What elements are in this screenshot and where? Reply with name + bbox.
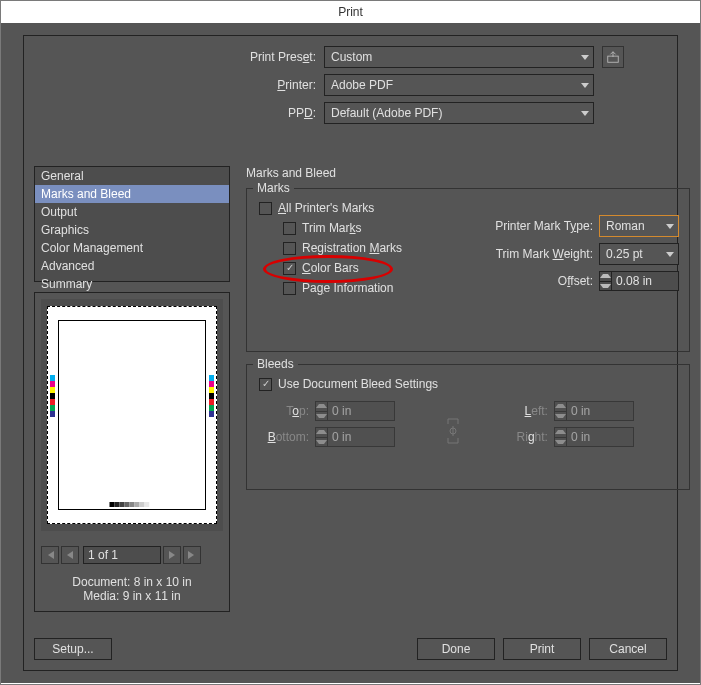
bleed-top-label: Top: bbox=[259, 404, 309, 418]
prev-page-button[interactable] bbox=[61, 546, 79, 564]
marks-group-label: Marks bbox=[253, 181, 294, 195]
preview-panel: 1 of 1 Document: 8 in x 10 in Media: 9 i… bbox=[34, 292, 230, 612]
page-information-label: Page Information bbox=[302, 281, 393, 295]
printer-dropdown[interactable]: Adobe PDF bbox=[324, 74, 594, 96]
page-information-checkbox[interactable] bbox=[283, 282, 296, 295]
use-document-bleed-label: Use Document Bleed Settings bbox=[278, 377, 438, 391]
bleed-bottom-label: Bottom: bbox=[259, 430, 309, 444]
offset-field[interactable]: 0.08 in bbox=[599, 271, 679, 291]
category-item-graphics[interactable]: Graphics bbox=[35, 221, 229, 239]
category-item-general[interactable]: General bbox=[35, 167, 229, 185]
ppd-label: PPD: bbox=[44, 106, 324, 120]
section-title: Marks and Bleed bbox=[246, 166, 336, 180]
trim-marks-checkbox[interactable] bbox=[283, 222, 296, 235]
category-item-output[interactable]: Output bbox=[35, 203, 229, 221]
all-printers-marks-checkbox[interactable] bbox=[259, 202, 272, 215]
bleeds-group: Bleeds Use Document Bleed Settings Top:0… bbox=[246, 364, 690, 490]
bleeds-group-label: Bleeds bbox=[253, 357, 298, 371]
color-bars-checkbox[interactable] bbox=[283, 262, 296, 275]
cancel-button[interactable]: Cancel bbox=[589, 638, 667, 660]
bleed-top-field: 0 in bbox=[315, 401, 395, 421]
bleed-left-field: 0 in bbox=[554, 401, 634, 421]
chevron-down-icon bbox=[581, 111, 589, 116]
setup-button[interactable]: Setup... bbox=[34, 638, 112, 660]
last-page-button[interactable] bbox=[183, 546, 201, 564]
bleed-right-label: Right: bbox=[498, 430, 548, 444]
all-printers-marks-label: All Printer's Marks bbox=[278, 201, 374, 215]
print-button[interactable]: Print bbox=[503, 638, 581, 660]
bleed-left-label: Left: bbox=[498, 404, 548, 418]
save-preset-icon bbox=[606, 50, 620, 64]
registration-marks-label: Registration Marks bbox=[302, 241, 402, 255]
print-preset-dropdown[interactable]: Custom bbox=[324, 46, 594, 68]
page-indicator-field[interactable]: 1 of 1 bbox=[83, 546, 161, 564]
category-item-color-management[interactable]: Color Management bbox=[35, 239, 229, 257]
first-page-button[interactable] bbox=[41, 546, 59, 564]
trim-mark-weight-label: Trim Mark Weight: bbox=[496, 247, 593, 261]
offset-label: Offset: bbox=[558, 274, 593, 288]
print-preset-label: Print Preset: bbox=[44, 50, 324, 64]
chevron-down-icon bbox=[581, 55, 589, 60]
category-item-marks-and-bleed[interactable]: Marks and Bleed bbox=[35, 185, 229, 203]
ppd-dropdown[interactable]: Default (Adobe PDF) bbox=[324, 102, 594, 124]
next-page-button[interactable] bbox=[163, 546, 181, 564]
trim-mark-weight-dropdown[interactable]: 0.25 pt bbox=[599, 243, 679, 265]
marks-group: Marks All Printer's Marks Trim Marks Reg… bbox=[246, 188, 690, 352]
dialog-title: Print bbox=[1, 1, 700, 23]
chevron-down-icon bbox=[666, 224, 674, 229]
trim-marks-label: Trim Marks bbox=[302, 221, 362, 235]
printer-mark-type-label: Printer Mark Type: bbox=[495, 219, 593, 233]
chevron-down-icon bbox=[581, 83, 589, 88]
bleed-bottom-field: 0 in bbox=[315, 427, 395, 447]
category-list[interactable]: GeneralMarks and BleedOutputGraphicsColo… bbox=[34, 166, 230, 282]
printer-mark-type-dropdown[interactable]: Roman bbox=[599, 215, 679, 237]
page-preview bbox=[41, 299, 223, 531]
document-size-label: Document: 8 in x 10 in bbox=[35, 575, 229, 589]
dialog-frame: Print Preset: Custom Printer: Adobe PDF … bbox=[23, 35, 678, 671]
category-item-summary[interactable]: Summary bbox=[35, 275, 229, 293]
printer-label: Printer: bbox=[44, 78, 324, 92]
bleed-right-field: 0 in bbox=[554, 427, 634, 447]
category-item-advanced[interactable]: Advanced bbox=[35, 257, 229, 275]
svg-rect-0 bbox=[608, 56, 619, 62]
link-icon bbox=[438, 409, 468, 453]
use-document-bleed-checkbox[interactable] bbox=[259, 378, 272, 391]
chevron-down-icon bbox=[666, 252, 674, 257]
color-bars-label: Color Bars bbox=[302, 261, 359, 275]
media-size-label: Media: 9 in x 11 in bbox=[35, 589, 229, 603]
done-button[interactable]: Done bbox=[417, 638, 495, 660]
registration-marks-checkbox[interactable] bbox=[283, 242, 296, 255]
save-preset-button[interactable] bbox=[602, 46, 624, 68]
